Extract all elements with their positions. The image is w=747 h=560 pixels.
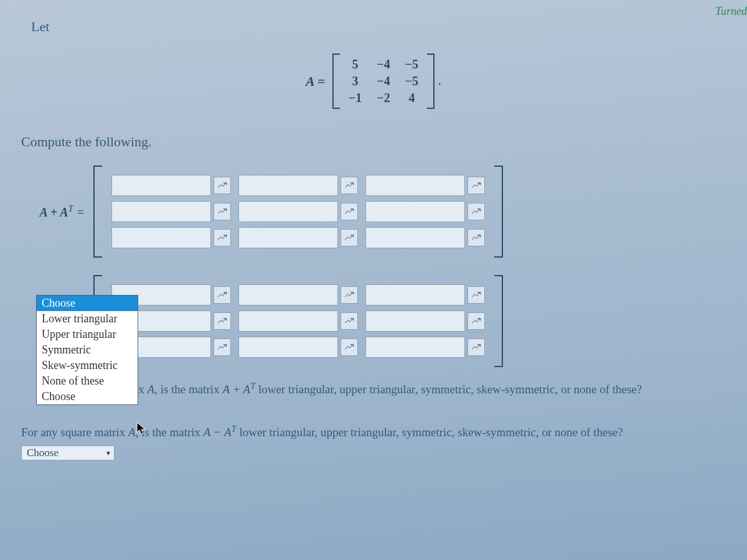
preview-icon xyxy=(471,342,481,352)
matrix-cell: −2 xyxy=(369,90,397,106)
matrix-input[interactable] xyxy=(111,201,211,222)
preview-icon xyxy=(344,290,354,300)
preview-icon xyxy=(344,207,354,217)
preview-icon xyxy=(217,233,227,243)
matrix-input[interactable] xyxy=(365,310,465,332)
matrix-input[interactable] xyxy=(238,310,338,332)
matrix-A: 5 −4 −5 3 −4 −5 −1 −2 4 xyxy=(332,54,435,109)
let-text: Let xyxy=(31,19,728,35)
matrix-cell: −4 xyxy=(369,73,397,90)
compute-text: Compute the following. xyxy=(21,134,728,150)
preview-icon xyxy=(217,180,227,190)
preview-button[interactable] xyxy=(341,203,358,220)
part1-row: A + AT = xyxy=(25,166,728,258)
dropdown-option[interactable]: Symmetric xyxy=(37,342,138,358)
matrix-input[interactable] xyxy=(238,227,338,248)
chevron-down-icon: ▾ xyxy=(106,448,110,457)
preview-icon xyxy=(471,233,481,243)
matrix-input[interactable] xyxy=(365,284,465,306)
preview-icon xyxy=(471,180,481,190)
matrix-cell: −5 xyxy=(398,56,426,73)
preview-button[interactable] xyxy=(341,177,358,194)
preview-button[interactable] xyxy=(467,286,485,304)
preview-icon xyxy=(217,316,227,326)
dropdown-option[interactable]: Choose xyxy=(37,389,138,404)
dropdown-option[interactable]: Choose xyxy=(37,296,138,311)
dropdown-option[interactable]: None of these xyxy=(37,373,138,389)
preview-button[interactable] xyxy=(467,177,485,194)
question2-select[interactable]: Choose ▾ xyxy=(21,446,115,460)
preview-button[interactable] xyxy=(467,338,485,356)
preview-button[interactable] xyxy=(214,177,231,194)
part1-label: A + AT = xyxy=(25,204,93,220)
part2-input-matrix xyxy=(93,275,503,367)
select-value: Choose xyxy=(27,447,59,459)
preview-button[interactable] xyxy=(467,312,485,330)
matrix-cell: −5 xyxy=(398,73,426,90)
part1-input-matrix xyxy=(93,166,503,258)
preview-button[interactable] xyxy=(214,229,231,246)
matrix-input[interactable] xyxy=(365,201,465,222)
matrix-input[interactable] xyxy=(238,201,338,222)
preview-icon xyxy=(471,207,481,217)
preview-button[interactable] xyxy=(341,229,358,246)
preview-icon xyxy=(344,233,354,243)
matrix-input[interactable] xyxy=(238,284,338,306)
matrix-input[interactable] xyxy=(111,175,211,196)
turned-in-label: Turned xyxy=(715,5,747,18)
matrix-cell: 3 xyxy=(341,73,369,90)
preview-button[interactable] xyxy=(341,312,358,330)
matrix-input[interactable] xyxy=(238,175,338,196)
matrix-A-label: A = xyxy=(306,73,326,89)
matrix-type-dropdown-open[interactable]: Choose Lower triangular Upper triangular… xyxy=(36,295,138,405)
matrix-input[interactable] xyxy=(111,227,211,248)
matrix-period: . xyxy=(438,72,442,88)
preview-button[interactable] xyxy=(341,338,358,356)
matrix-input[interactable] xyxy=(365,175,465,196)
preview-icon xyxy=(217,290,227,300)
matrix-cell: −4 xyxy=(369,56,397,73)
preview-icon xyxy=(344,316,354,326)
preview-icon xyxy=(471,290,481,300)
matrix-cell: −1 xyxy=(341,90,369,106)
preview-icon xyxy=(344,342,354,352)
matrix-input[interactable] xyxy=(238,337,338,358)
preview-button[interactable] xyxy=(341,286,358,304)
dropdown-option[interactable]: Upper triangular xyxy=(37,327,138,342)
matrix-input[interactable] xyxy=(365,227,465,248)
preview-icon xyxy=(471,316,481,326)
preview-icon xyxy=(217,207,227,217)
matrix-input[interactable] xyxy=(365,337,465,358)
preview-button[interactable] xyxy=(467,203,485,220)
preview-icon xyxy=(344,180,354,190)
question2-text: For any square matrix A, is the matrix A… xyxy=(21,422,726,442)
preview-icon xyxy=(217,342,227,352)
dropdown-option[interactable]: Skew-symmetric xyxy=(37,358,138,373)
preview-button[interactable] xyxy=(467,229,485,246)
preview-button[interactable] xyxy=(214,338,231,356)
matrix-A-table: 5 −4 −5 3 −4 −5 −1 −2 4 xyxy=(341,56,426,106)
preview-button[interactable] xyxy=(214,312,231,330)
matrix-definition: A = 5 −4 −5 3 −4 −5 −1 −2 4 xyxy=(19,54,728,109)
preview-button[interactable] xyxy=(214,203,231,220)
matrix-cell: 5 xyxy=(341,56,369,73)
dropdown-option[interactable]: Lower triangular xyxy=(37,311,138,327)
part2-row: Choose Lower triangular Upper triangular… xyxy=(25,275,728,367)
preview-button[interactable] xyxy=(214,286,231,304)
matrix-cell: 4 xyxy=(398,90,426,106)
